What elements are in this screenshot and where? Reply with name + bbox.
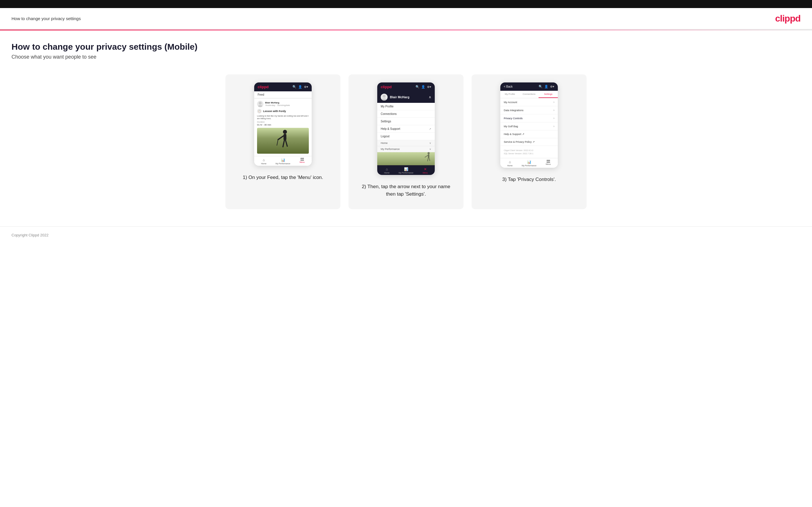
feed-user-info: Blair McHarg Yesterday · Sunningdale — [265, 101, 290, 107]
phone-icons: 🔍 👤 ⊕▾ — [293, 85, 308, 89]
settings-row-privacy-controls[interactable]: Privacy Controls › — [500, 114, 558, 122]
version-info: Clippd Client Version: 2022.8.3-3 SQL Se… — [500, 146, 558, 158]
menu-item-connections[interactable]: Connections — [377, 110, 435, 118]
settings-nav: < Back 🔍 👤 ⊕▾ — [500, 82, 558, 91]
step-1-card: clippd 🔍 👤 ⊕▾ Feed — [225, 74, 341, 209]
privacy-controls-label: Privacy Controls — [504, 117, 523, 120]
svg-line-14 — [429, 157, 430, 161]
menu-user-name: Blair McHarg — [390, 95, 409, 99]
search-icon[interactable]: 🔍 — [293, 85, 297, 89]
step3-performance-tab[interactable]: 📊 My Performance — [519, 160, 539, 167]
phone-bottom-bar: ⌂ Home 📊 My Performance Menu — [254, 156, 312, 166]
tab-connections[interactable]: Connections — [519, 91, 539, 98]
step2-bg-image — [377, 152, 435, 165]
settings-tabs: My Profile Connections Settings — [500, 91, 558, 98]
step2-home-tab[interactable]: ⌂ Home — [377, 167, 397, 174]
feed-content: Blair McHarg Yesterday · Sunningdale 📋 L… — [254, 99, 312, 156]
step-2-description: 2) Then, tap the arrow next to your name… — [357, 183, 455, 198]
copyright-text: Copyright Clippd 2022 — [11, 233, 49, 237]
step3-home-icon: ⌂ — [509, 160, 511, 164]
back-button[interactable]: < Back — [504, 85, 513, 88]
tab-my-profile[interactable]: My Profile — [500, 91, 519, 98]
step3-home-tab[interactable]: ⌂ Home — [500, 160, 519, 167]
settings-row-data-integrations[interactable]: Data Integrations › — [500, 106, 558, 114]
settings-row-golf-bag[interactable]: My Golf Bag › — [500, 122, 558, 130]
tab-settings[interactable]: Settings — [539, 91, 558, 98]
header-divider — [0, 30, 812, 31]
menu-section-performance[interactable]: My Performance ∨ — [377, 146, 435, 152]
step3-menu-tab[interactable]: Menu — [539, 160, 558, 167]
svg-point-8 — [383, 95, 386, 98]
svg-line-7 — [277, 139, 278, 145]
step-1-description: 1) On your Feed, tap the 'Menu' icon. — [243, 174, 323, 181]
svg-rect-3 — [284, 134, 287, 140]
user-icon[interactable]: 👤 — [298, 85, 302, 89]
feed-user-row: Blair McHarg Yesterday · Sunningdale — [257, 101, 309, 107]
phone-nav-bar: clippd 🔍 👤 ⊕▾ — [254, 82, 312, 91]
feed-tab[interactable]: Feed — [254, 91, 312, 99]
step3-performance-icon: 📊 — [527, 160, 531, 164]
settings-row-help[interactable]: Help & Support ↗ — [500, 130, 558, 138]
lesson-desc: Looking to feel like my hands are exitin… — [257, 115, 309, 120]
step-1-phone: clippd 🔍 👤 ⊕▾ Feed — [254, 82, 312, 166]
menu-item-my-profile[interactable]: My Profile — [377, 103, 435, 110]
step2-menu-label: Menu — [423, 172, 428, 174]
main-content: How to change your privacy settings (Mob… — [0, 42, 812, 226]
step-3-phone: < Back 🔍 👤 ⊕▾ My Profile Connections Set… — [500, 82, 558, 168]
settings-row-service-privacy[interactable]: Service & Privacy Policy ↗ — [500, 138, 558, 146]
step3-home-label: Home — [507, 165, 513, 167]
step2-nav-bar: clippd 🔍 👤 ⊕▾ — [377, 82, 435, 91]
lesson-icon: 📋 — [257, 109, 262, 113]
home-chevron-icon: ∨ — [429, 142, 431, 145]
svg-point-0 — [259, 102, 262, 105]
header-breadcrumb: How to change your privacy settings — [11, 16, 81, 21]
step3-user-icon[interactable]: 👤 — [544, 85, 548, 89]
settings-row-my-account[interactable]: My Account › — [500, 98, 558, 106]
menu-label: Menu — [300, 161, 305, 163]
step2-performance-icon: 📊 — [404, 167, 408, 171]
client-version: Clippd Client Version: 2022.8.3-3 — [504, 149, 554, 152]
svg-point-2 — [283, 130, 287, 134]
logo: clippd — [775, 13, 801, 24]
menu-tab[interactable]: Menu — [293, 158, 312, 165]
menu-user-left: Blair McHarg — [381, 94, 409, 101]
my-account-label: My Account — [504, 101, 517, 104]
duration-value: 01 hr : 30 min — [257, 123, 309, 126]
step2-close-tab[interactable]: ✕ Menu — [415, 167, 435, 174]
feed-golf-image — [257, 128, 309, 154]
menu-user-row[interactable]: Blair McHarg ∧ — [377, 91, 435, 103]
step2-settings-icon[interactable]: ⊕▾ — [427, 85, 431, 89]
menu-item-help[interactable]: Help & Support — [377, 125, 435, 133]
step2-close-icon: ✕ — [424, 167, 427, 171]
top-bar — [0, 0, 812, 8]
golf-bag-label: My Golf Bag — [504, 125, 518, 128]
menu-item-settings[interactable]: Settings — [377, 118, 435, 125]
step2-performance-tab[interactable]: 📊 My Performance — [397, 167, 416, 174]
menu-expand-chevron[interactable]: ∧ — [429, 95, 431, 99]
sql-version: SQL Server Version: 2022.7.30-1 — [504, 152, 554, 155]
menu-icon — [301, 158, 304, 161]
home-tab[interactable]: ⌂ Home — [254, 158, 273, 165]
step3-settings-icon[interactable]: ⊕▾ — [550, 85, 554, 89]
step2-phone-icons: 🔍 👤 ⊕▾ — [415, 85, 431, 89]
step2-home-label: Home — [384, 172, 390, 174]
step-3-description: 3) Tap 'Privacy Controls'. — [502, 176, 556, 183]
settings-nav-icons: 🔍 👤 ⊕▾ — [539, 85, 554, 89]
settings-icon[interactable]: ⊕▾ — [304, 85, 308, 89]
step2-user-icon[interactable]: 👤 — [421, 85, 425, 89]
data-integrations-label: Data Integrations — [504, 109, 523, 112]
home-section-label: Home — [381, 142, 388, 145]
step2-search-icon[interactable]: 🔍 — [415, 85, 419, 89]
step2-performance-label: My Performance — [399, 172, 413, 174]
feed-avatar — [257, 101, 263, 107]
step-2-phone: clippd 🔍 👤 ⊕▾ Blair McHarg ∧ — [377, 82, 435, 175]
menu-item-logout[interactable]: Logout — [377, 133, 435, 140]
menu-section-home[interactable]: Home ∨ — [377, 140, 435, 146]
performance-tab[interactable]: 📊 My Performance — [273, 158, 293, 165]
page-title: How to change your privacy settings (Mob… — [11, 42, 801, 52]
step3-menu-icon — [547, 160, 550, 163]
step3-search-icon[interactable]: 🔍 — [539, 85, 543, 89]
step3-menu-label: Menu — [546, 163, 551, 165]
phone-logo: clippd — [258, 85, 268, 89]
step3-performance-label: My Performance — [521, 165, 536, 167]
